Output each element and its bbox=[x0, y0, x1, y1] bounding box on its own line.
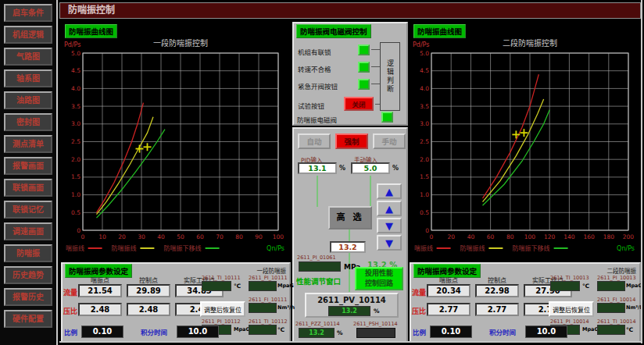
psh-tag-value bbox=[356, 328, 395, 338]
svg-text:4.0: 4.0 bbox=[71, 85, 80, 92]
signal-line bbox=[349, 253, 350, 292]
flow-control-value: 29.89 bbox=[127, 284, 170, 297]
svg-text:4.0: 4.0 bbox=[420, 85, 429, 92]
auto-mode-button[interactable]: 自动 bbox=[298, 133, 331, 149]
svg-text:2.5: 2.5 bbox=[420, 138, 429, 145]
tag-unit: ℃ bbox=[582, 283, 589, 290]
enable-performance-control-button[interactable]: 投用性能控制回路 bbox=[355, 267, 403, 290]
stage1-params-panel: 防喘振阀参数设定 一段防喘振 喘振点 控制点 实际工作点 流量 21.54 29… bbox=[61, 262, 291, 343]
increase-fast-button[interactable]: ▲ bbox=[377, 183, 402, 199]
sidebar-item[interactable]: 硬件配置 bbox=[4, 310, 52, 328]
flow-row-label: 流量 bbox=[63, 287, 77, 297]
force-mode-button[interactable]: 强制 bbox=[335, 133, 368, 149]
speed-label: 转速不合格 bbox=[298, 64, 331, 73]
svg-text:30: 30 bbox=[138, 233, 145, 240]
sidebar-item[interactable]: 机组逻辑 bbox=[4, 26, 52, 44]
svg-text:0: 0 bbox=[77, 227, 80, 234]
tag-unit: MpaG bbox=[582, 326, 599, 333]
speed-indicator bbox=[358, 62, 370, 73]
stage2-params-panel: 防喘振阀参数设定 二段防喘振 喘振点 控制点 实际工作点 流量 20.34 22… bbox=[410, 262, 641, 343]
panel-title: 防喘振阀电磁阀控制 bbox=[296, 24, 371, 38]
ratio-row-label: 压比 bbox=[412, 306, 426, 316]
ratio-row-label: 压比 bbox=[63, 306, 77, 316]
tag-value bbox=[249, 325, 277, 335]
manual-mode-button[interactable]: 手动 bbox=[373, 133, 406, 149]
sidebar-item[interactable]: 启车条件 bbox=[4, 4, 52, 22]
ratio-control-value: 2.48 bbox=[127, 303, 170, 316]
stage-label: 二段防喘振 bbox=[607, 266, 637, 275]
svg-text:3.0: 3.0 bbox=[71, 120, 80, 127]
left-curve-region: 防喘振曲线图 一段防喘振控制Pd/Ps010203040506070809010… bbox=[61, 23, 291, 261]
tag-value bbox=[249, 303, 277, 313]
tag-label: 2611_PI_10111 bbox=[249, 275, 288, 281]
increase-button[interactable]: ▲ bbox=[377, 201, 402, 216]
svg-text:Pd/Ps: Pd/Ps bbox=[64, 41, 80, 48]
adjust-reset-button[interactable]: 调整后恢复位 bbox=[549, 301, 594, 317]
tag-unit: ℃ bbox=[234, 283, 241, 290]
svg-text:120: 120 bbox=[544, 233, 556, 240]
pid-input-field[interactable]: 13.1 bbox=[298, 162, 337, 174]
sidebar-item[interactable]: 报警历史 bbox=[4, 288, 52, 306]
manual-input-unit: % bbox=[392, 165, 399, 172]
svg-text:0: 0 bbox=[425, 227, 429, 234]
svg-text:0: 0 bbox=[81, 233, 85, 240]
decrease-fast-button[interactable]: ▼ bbox=[377, 235, 402, 251]
pzz-tag-unit: % bbox=[337, 329, 343, 336]
sidebar-item[interactable]: 联锁记忆 bbox=[4, 201, 52, 219]
svg-text:180: 180 bbox=[603, 233, 615, 240]
svg-text:140: 140 bbox=[564, 233, 575, 240]
decrease-button[interactable]: ▼ bbox=[377, 218, 402, 233]
svg-text:1.5: 1.5 bbox=[420, 173, 429, 180]
pi-tag-label: 2611_PI_01061 bbox=[297, 254, 336, 261]
svg-text:40: 40 bbox=[157, 233, 165, 240]
performance-window-link[interactable]: 性能调节窗口 bbox=[296, 276, 341, 286]
manual-input-field[interactable]: 5.0 bbox=[351, 162, 390, 174]
tag-unit: Nm³/h bbox=[277, 304, 295, 311]
sidebar-item[interactable]: 油路图 bbox=[4, 91, 52, 109]
svg-text:一段防喘振控制: 一段防喘振控制 bbox=[153, 38, 208, 48]
tag-label: 2611_TI_10111 bbox=[202, 275, 241, 281]
svg-text:160: 160 bbox=[583, 233, 595, 240]
svg-text:4.5: 4.5 bbox=[71, 67, 80, 74]
tag-label: 2611_FI_10111 bbox=[249, 297, 287, 303]
col-header-control: 控制点 bbox=[475, 276, 519, 284]
svg-text:100: 100 bbox=[273, 233, 284, 240]
kp-value: 0.10 bbox=[81, 325, 123, 338]
sidebar-item[interactable]: 测点清单 bbox=[4, 135, 52, 153]
sidebar-item[interactable]: 报警画面 bbox=[4, 157, 52, 175]
svg-text:1.5: 1.5 bbox=[71, 173, 80, 180]
solenoid-valve-indicator bbox=[381, 112, 393, 123]
tag-value bbox=[597, 303, 625, 313]
svg-text:90: 90 bbox=[255, 233, 263, 240]
sidebar-item[interactable]: 轴系图 bbox=[4, 69, 52, 87]
adjust-reset-button[interactable]: 调整后恢复位 bbox=[200, 301, 245, 317]
tag-label: 2611_PI_10013 bbox=[597, 275, 636, 281]
sidebar-item[interactable]: 调速画面 bbox=[4, 222, 52, 240]
pv-block: 2611_PV_10114 13.2 % bbox=[305, 293, 399, 318]
tag-value bbox=[597, 281, 625, 291]
flow-control-value: 22.98 bbox=[475, 284, 519, 297]
sidebar-item[interactable]: 气路图 bbox=[4, 48, 52, 66]
interlock-label: 机组有联锁 bbox=[298, 47, 331, 56]
svg-text:3.5: 3.5 bbox=[420, 103, 429, 110]
tag-label: 2611_PI_10112 bbox=[202, 318, 241, 325]
sidebar-item[interactable]: 历史趋势 bbox=[4, 266, 52, 284]
sidebar-item[interactable]: 联锁画面 bbox=[4, 179, 52, 197]
sidebar-item-anti-surge[interactable]: 防喘振 bbox=[4, 244, 52, 262]
tag-label: 2611_TI_10013 bbox=[550, 275, 589, 281]
pid-input-unit: % bbox=[339, 165, 345, 172]
svg-text:3.0: 3.0 bbox=[420, 120, 429, 127]
window-frame-right bbox=[641, 0, 642, 343]
svg-text:5.0: 5.0 bbox=[420, 50, 429, 57]
signal-line bbox=[370, 176, 371, 207]
test-button-label: 试验按钮 bbox=[298, 101, 324, 110]
kp-label: 比例 bbox=[413, 327, 426, 336]
sidebar-item[interactable]: 密封图 bbox=[4, 113, 52, 131]
svg-text:0: 0 bbox=[430, 233, 434, 240]
tag-unit: MpaG bbox=[277, 283, 294, 289]
svg-text:10: 10 bbox=[98, 233, 106, 240]
perf-button-line2: 控制回路 bbox=[365, 279, 393, 287]
signal-line bbox=[317, 176, 318, 207]
sidebar: 启车条件 机组逻辑 气路图 轴系图 油路图 密封图 测点清单 报警画面 联锁画面… bbox=[0, 0, 58, 345]
test-button[interactable]: 关闭 bbox=[344, 97, 374, 111]
